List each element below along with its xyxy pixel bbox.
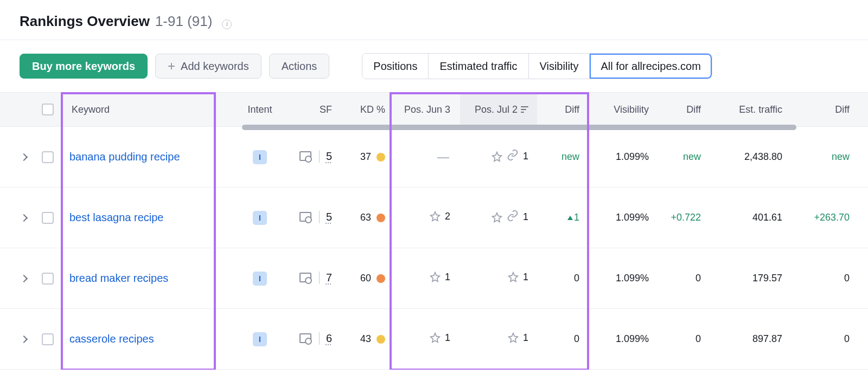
row-checkbox[interactable] (42, 151, 54, 163)
est-traffic-value: 401.61 (752, 212, 782, 223)
serp-features-icon[interactable] (299, 333, 311, 343)
row-checkbox[interactable] (42, 333, 54, 345)
keyword-link[interactable]: casserole recipes (69, 333, 154, 345)
link-icon (507, 149, 519, 164)
star-icon (492, 212, 502, 223)
kd-value: 37 (360, 151, 371, 163)
kd-dot-icon (376, 153, 385, 162)
pos2-value: 1 (523, 332, 528, 344)
sf-count[interactable]: 7 (319, 272, 332, 284)
link-icon (507, 210, 519, 224)
tab-estimated-traffic[interactable]: Estimated traffic (429, 54, 528, 79)
col-pos-jul2[interactable]: Pos. Jul 2 (460, 93, 537, 126)
sf-count[interactable]: 6 (319, 332, 332, 345)
expand-icon[interactable] (20, 275, 28, 282)
serp-features-icon[interactable] (299, 273, 311, 282)
est-traffic-value: 897.87 (752, 333, 782, 344)
sf-count[interactable]: 5 (319, 211, 332, 223)
visibility-value: 1.099% (616, 212, 649, 223)
star-icon (492, 151, 502, 162)
page-header: Rankings Overview 1-91 (91) i (0, 0, 868, 40)
toolbar: Buy more keywords + Add keywords Actions… (0, 40, 868, 92)
star-icon (430, 272, 441, 282)
star-icon (508, 332, 519, 343)
pos1-value: 2 (445, 211, 450, 222)
view-segmented-control: Positions Estimated traffic Visibility A… (362, 53, 712, 79)
pos2-value: 1 (523, 272, 528, 283)
col-kd[interactable]: KD % (336, 104, 397, 115)
col-est-diff[interactable]: Diff (793, 104, 868, 115)
keyword-link[interactable]: banana pudding recipe (69, 151, 180, 163)
col-sf[interactable]: SF (283, 104, 336, 115)
col-intent[interactable]: Intent (237, 104, 283, 115)
kd-dot-icon (376, 335, 385, 344)
serp-features-icon[interactable] (299, 212, 311, 222)
pos1-value: 1 (445, 272, 450, 283)
col-est-traffic[interactable]: Est. traffic (712, 104, 793, 115)
est-diff-value: +263.70 (814, 212, 850, 223)
info-icon[interactable]: i (222, 20, 232, 29)
page-title: Rankings Overview (20, 13, 150, 30)
sort-icon (521, 106, 528, 113)
est-diff-value: 0 (844, 273, 850, 283)
pos1-value: 1 (445, 332, 450, 344)
plus-icon: + (168, 60, 175, 73)
col-keyword[interactable]: Keyword (63, 104, 237, 115)
row-checkbox[interactable] (42, 212, 54, 224)
pos2-value: 1 (523, 211, 528, 223)
col-pos-jul2-label: Pos. Jul 2 (475, 104, 518, 115)
actions-button[interactable]: Actions (269, 54, 330, 79)
intent-badge: I (253, 211, 267, 225)
visibility-value: 1.099% (616, 151, 649, 162)
star-icon (508, 272, 519, 282)
expand-icon[interactable] (20, 153, 28, 161)
result-range: 1-91 (91) (155, 13, 213, 30)
pos2-value: 1 (523, 151, 528, 162)
kd-value: 43 (360, 333, 371, 345)
expand-icon[interactable] (20, 214, 28, 222)
rankings-table: Keyword Intent SF KD % Pos. Jun 3 Pos. J… (0, 92, 868, 370)
visibility-value: 1.099% (616, 273, 649, 283)
vis-diff-value: 0 (695, 273, 701, 283)
keyword-link[interactable]: bread maker recipes (69, 272, 168, 284)
tab-positions[interactable]: Positions (362, 54, 429, 79)
add-keywords-button[interactable]: + Add keywords (155, 54, 261, 79)
intent-badge: I (253, 272, 267, 286)
visibility-value: 1.099% (616, 333, 649, 344)
est-traffic-value: 179.57 (752, 273, 782, 283)
kd-dot-icon (376, 214, 385, 222)
diff-value: 0 (574, 273, 579, 283)
table-row: banana pudding recipeI537—1new1.099%new2… (0, 127, 868, 188)
sf-count[interactable]: 5 (319, 150, 332, 163)
intent-badge: I (253, 332, 267, 346)
tab-all-domain[interactable]: All for allrecipes.com (590, 54, 712, 79)
col-vis-diff[interactable]: Diff (654, 104, 712, 115)
expand-icon[interactable] (20, 336, 28, 343)
table-row: best lasagna recipeI5632111.099%+0.72240… (0, 188, 868, 248)
diff-value: 0 (574, 333, 579, 344)
dash-icon: — (437, 150, 450, 164)
vis-diff-value: new (683, 151, 701, 162)
table-row: bread maker recipesI7601101.099%0179.570 (0, 248, 868, 309)
tab-visibility[interactable]: Visibility (529, 54, 590, 79)
buy-keywords-button[interactable]: Buy more keywords (20, 54, 148, 79)
select-all-checkbox[interactable] (42, 104, 54, 115)
diff-value: 1 (567, 212, 579, 223)
col-diff[interactable]: Diff (537, 104, 590, 115)
vis-diff-value: 0 (695, 333, 701, 344)
col-pos-jun3[interactable]: Pos. Jun 3 (397, 104, 460, 115)
kd-dot-icon (376, 274, 385, 283)
serp-features-icon[interactable] (299, 151, 311, 161)
vis-diff-value: +0.722 (671, 212, 701, 223)
table-row: casserole recipesI6431101.099%0897.870 (0, 309, 868, 370)
keyword-link[interactable]: best lasagna recipe (69, 211, 163, 223)
add-keywords-label: Add keywords (181, 60, 249, 73)
est-diff-value: new (832, 151, 850, 162)
intent-badge: I (253, 150, 267, 164)
row-checkbox[interactable] (42, 273, 54, 285)
col-visibility[interactable]: Visibility (590, 104, 654, 115)
diff-value: new (561, 151, 579, 162)
kd-value: 60 (360, 273, 371, 284)
est-diff-value: 0 (844, 333, 850, 344)
kd-value: 63 (360, 212, 371, 223)
